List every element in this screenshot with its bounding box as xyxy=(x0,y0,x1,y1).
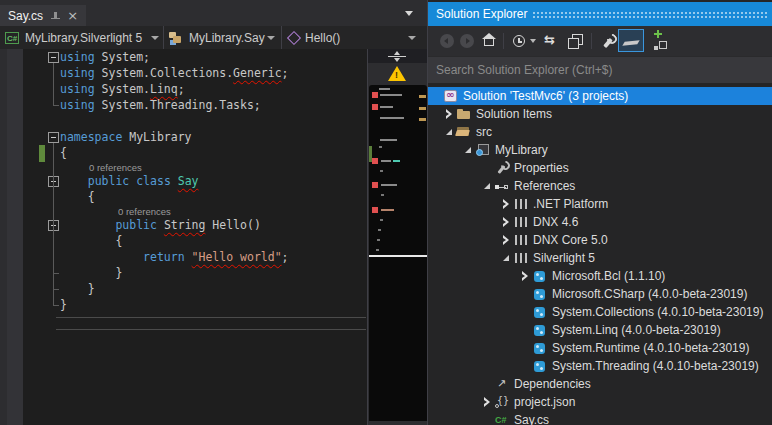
collapsed-arrow-icon[interactable] xyxy=(442,109,456,119)
tree-row-microsoft-csharp-4-0-0-beta-23019[interactable]: Microsoft.CSharp (4.0.0-beta-23019) xyxy=(428,285,772,303)
collapsed-arrow-icon[interactable] xyxy=(499,199,513,209)
tree-row-label: System.Runtime (4.0.10-beta-23019) xyxy=(552,341,749,355)
solution-explorer-titlebar[interactable]: Solution Explorer xyxy=(428,2,772,26)
tree-row-microsoft-bcl-1-1-10[interactable]: Microsoft.Bcl (1.1.10) xyxy=(428,267,772,285)
code-line[interactable]: using System.Collections.Generic; xyxy=(60,66,289,82)
tree-row-label: Dependencies xyxy=(514,377,591,391)
expanded-arrow-icon[interactable] xyxy=(442,129,456,135)
collapse-all-icon[interactable] xyxy=(567,34,583,50)
collapsed-arrow-icon[interactable] xyxy=(499,235,513,245)
panel-title: Solution Explorer xyxy=(436,7,527,21)
solution-explorer-toolbar xyxy=(428,26,772,56)
codelens-references[interactable]: 0 references xyxy=(89,162,142,173)
editor-pane: Say.cs MyLibrary.Silverlight 5 MyLibrary… xyxy=(0,0,427,425)
close-icon[interactable] xyxy=(67,11,78,21)
search-input[interactable] xyxy=(428,57,772,83)
history-clock-icon[interactable] xyxy=(513,35,525,47)
code-line[interactable]: using System.Linq; xyxy=(60,82,185,98)
back-icon[interactable] xyxy=(440,34,454,48)
document-overview-map[interactable] xyxy=(369,85,427,421)
tree-row-solution-items[interactable]: Solution Items xyxy=(428,105,772,123)
editor-splitter-row xyxy=(368,49,427,63)
tree-row-label: Microsoft.CSharp (4.0.0-beta-23019) xyxy=(552,287,747,301)
navigation-bar: MyLibrary.Silverlight 5 MyLibrary.Say He… xyxy=(0,26,427,49)
tree-row-label: project.json xyxy=(514,395,575,409)
code-line[interactable]: { xyxy=(60,234,122,250)
map-text-mark xyxy=(380,139,397,141)
code-editor[interactable]: using System;using System.Collections.Ge… xyxy=(0,49,367,425)
chevron-down-icon[interactable] xyxy=(530,39,536,43)
tree-row-system-collections-4-0-10-beta-23019[interactable]: System.Collections (4.0.10-beta-23019) xyxy=(428,303,772,321)
tree-row-system-linq-4-0-0-beta-23019[interactable]: System.Linq (4.0.0-beta-23019) xyxy=(428,321,772,339)
tab-say-cs[interactable]: Say.cs xyxy=(0,5,86,26)
code-line[interactable]: using System; xyxy=(60,50,150,66)
expanded-arrow-icon[interactable] xyxy=(499,255,513,261)
type-dropdown[interactable]: MyLibrary.Say xyxy=(164,26,282,49)
preview-selected-items-icon[interactable] xyxy=(618,29,644,52)
expanded-arrow-icon[interactable] xyxy=(461,147,475,153)
tree-row-system-threading-4-0-10-beta-23019[interactable]: System.Threading (4.0.10-beta-23019) xyxy=(428,357,772,375)
collapsed-arrow-icon[interactable] xyxy=(499,217,513,227)
folder-icon xyxy=(456,106,472,122)
tree-row-src[interactable]: src xyxy=(428,123,772,141)
csharp-project-icon xyxy=(5,32,19,44)
tree-row-project-json[interactable]: project.json xyxy=(428,393,772,411)
code-line[interactable]: public class Say xyxy=(60,174,199,190)
tab-label: Say.cs xyxy=(8,9,43,23)
code-line[interactable]: } xyxy=(60,266,122,282)
breakpoint-margin[interactable] xyxy=(0,49,7,425)
method-icon xyxy=(287,30,301,44)
codelens-references[interactable]: 0 references xyxy=(118,206,171,217)
map-error-mark xyxy=(372,207,378,213)
nuget-icon xyxy=(532,304,548,320)
code-line[interactable]: return "Hello world"; xyxy=(60,250,289,266)
map-text-mark xyxy=(381,184,397,186)
project-icon xyxy=(475,142,491,158)
map-text-mark xyxy=(380,106,393,108)
tree-row-silverlight-5[interactable]: Silverlight 5 xyxy=(428,249,772,267)
tree-row-dependencies[interactable]: Dependencies xyxy=(428,375,772,393)
collapsed-arrow-icon[interactable] xyxy=(518,271,532,281)
member-dropdown-label: Hello() xyxy=(305,31,340,45)
pin-icon[interactable] xyxy=(50,11,60,21)
tree-row-say-cs[interactable]: Say.cs xyxy=(428,411,772,425)
properties-wrench-icon[interactable] xyxy=(599,34,615,50)
tree-row-solution-testmvc6-3-projects[interactable]: Solution 'TestMvc6' (3 projects) xyxy=(428,87,772,105)
member-dropdown[interactable]: Hello() xyxy=(282,26,427,49)
fold-collapse-box[interactable] xyxy=(48,52,59,63)
code-line[interactable]: } xyxy=(60,298,67,314)
tree-row-references[interactable]: References xyxy=(428,177,772,195)
forward-icon[interactable] xyxy=(460,34,474,48)
map-modified-mark xyxy=(419,118,426,121)
show-all-files-icon[interactable] xyxy=(651,33,668,50)
tree-row-label: src xyxy=(476,125,492,139)
titlebar-grip-dots xyxy=(532,11,769,20)
toolbar-separator xyxy=(591,33,592,49)
sync-active-document-icon[interactable] xyxy=(544,32,555,47)
tree-row-mylibrary[interactable]: MyLibrary xyxy=(428,141,772,159)
home-icon[interactable] xyxy=(481,33,497,49)
code-line[interactable]: { xyxy=(60,146,67,162)
code-line[interactable]: public String Hello() xyxy=(60,218,261,234)
document-list-chevron-down-icon[interactable] xyxy=(405,11,413,16)
collapsed-arrow-icon[interactable] xyxy=(480,397,494,407)
fold-collapse-box[interactable] xyxy=(48,132,59,143)
code-line[interactable]: namespace MyLibrary xyxy=(60,130,192,146)
expanded-arrow-icon[interactable] xyxy=(480,183,494,189)
split-window-grip-icon[interactable] xyxy=(388,50,406,62)
tree-row-dnx-core-5-0[interactable]: DNX Core 5.0 xyxy=(428,231,772,249)
tree-row-system-runtime-4-0-10-beta-23019[interactable]: System.Runtime (4.0.10-beta-23019) xyxy=(428,339,772,357)
code-line[interactable]: } xyxy=(60,282,95,298)
wrench-icon xyxy=(494,160,510,176)
project-dropdown[interactable]: MyLibrary.Silverlight 5 xyxy=(0,26,164,49)
code-line[interactable]: using System.Threading.Tasks; xyxy=(60,98,261,114)
scrollbar-map[interactable] xyxy=(367,49,427,425)
tree-row-properties[interactable]: Properties xyxy=(428,159,772,177)
fold-guide-line xyxy=(53,63,59,106)
tree-row-dnx-4-6[interactable]: DNX 4.6 xyxy=(428,213,772,231)
fold-guide-line xyxy=(53,231,59,274)
search-box xyxy=(428,56,772,83)
tree-row-net-platform[interactable]: .NET Platform xyxy=(428,195,772,213)
nuget-icon xyxy=(532,358,548,374)
code-line[interactable]: { xyxy=(60,190,95,206)
